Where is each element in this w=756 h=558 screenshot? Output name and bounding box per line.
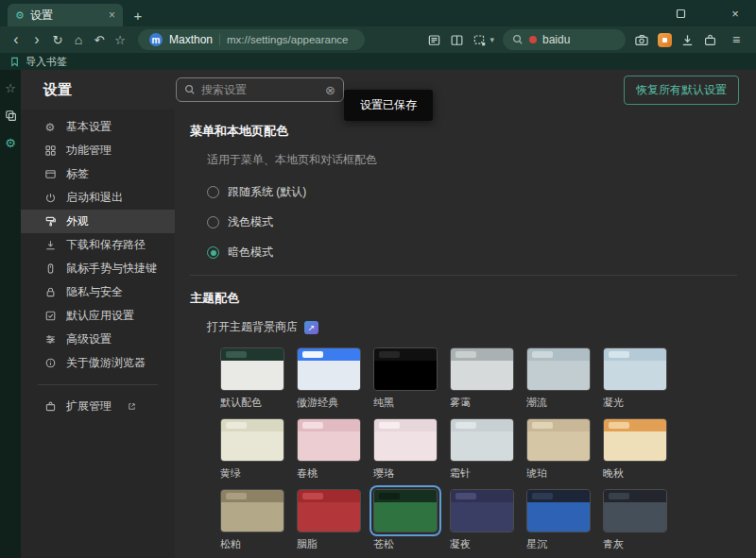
edge-sidebar: ☆ ⚙	[0, 70, 21, 558]
settings-nav-item[interactable]: 关于傲游浏览器	[21, 351, 175, 375]
theme-tile[interactable]: 纯黑	[373, 347, 438, 410]
edge-favorites-star-icon[interactable]: ☆	[5, 81, 16, 95]
theme-thumbnail	[373, 418, 438, 462]
nav-label: 标签	[66, 166, 89, 182]
theme-thumbnail	[373, 347, 438, 391]
theme-thumbnail	[297, 347, 361, 391]
theme-name: 潮流	[526, 396, 591, 410]
theme-tile[interactable]: 晚秋	[603, 418, 667, 481]
theme-tile[interactable]: 琥珀	[526, 418, 591, 481]
search-engine-label: baidu	[542, 33, 570, 46]
theme-tile[interactable]: 松粕	[220, 489, 284, 551]
forward-button[interactable]: ›	[26, 29, 47, 50]
theme-tile[interactable]: 黄绿	[220, 418, 284, 481]
settings-nav-item[interactable]: 标签	[21, 162, 175, 186]
menu-icon[interactable]: ≡	[726, 29, 747, 50]
settings-nav-item-appearance[interactable]: 外观	[21, 210, 175, 233]
edge-panels-icon[interactable]	[5, 110, 17, 122]
theme-tile[interactable]: 凝夜	[450, 489, 514, 551]
theme-thumb-tab	[226, 422, 247, 429]
theme-tile[interactable]: 胭脂	[297, 489, 361, 551]
theme-name: 松粕	[220, 537, 284, 551]
section-subtitle: 适用于菜单、本地页和对话框配色	[207, 152, 737, 168]
theme-tile[interactable]: 青灰	[603, 489, 667, 551]
reader-mode-icon[interactable]	[427, 33, 441, 47]
settings-nav-item[interactable]: 高级设置	[21, 328, 175, 351]
browser-tab-settings[interactable]: ⚙ 设置 ×	[8, 4, 123, 26]
bookmarks-bar: 导入书签	[0, 53, 756, 70]
lock-icon	[43, 286, 57, 298]
theme-store-icon[interactable]: ↗	[304, 321, 318, 334]
theme-tile[interactable]: 雾霭	[450, 347, 514, 410]
theme-thumb-tab	[455, 493, 476, 499]
theme-store-link[interactable]: 打开主题背景商店	[207, 319, 298, 335]
nav-label: 基本设置	[66, 119, 112, 135]
theme-tile[interactable]: 凝光	[603, 347, 667, 410]
radio-option[interactable]: 跟随系统 (默认)	[207, 184, 737, 200]
tab-title: 设置	[30, 8, 53, 24]
theme-thumb-tab	[302, 422, 323, 429]
refresh-button[interactable]: ↻	[47, 29, 68, 50]
theme-thumbnail	[603, 418, 667, 462]
theme-tile[interactable]: 傲游经典	[297, 347, 361, 410]
nav-label: 默认应用设置	[66, 308, 134, 324]
radio-option[interactable]: 浅色模式	[207, 214, 737, 230]
theme-tile[interactable]: 霜针	[450, 418, 514, 481]
radio-icon	[207, 216, 219, 228]
theme-thumb-body	[604, 502, 666, 532]
settings-sidebar: ⚙ 基本设置 功能管理 标签	[21, 110, 175, 558]
theme-tile[interactable]: 春桃	[297, 418, 361, 481]
theme-tile[interactable]: 苍松	[373, 489, 438, 551]
import-bookmarks-link[interactable]: 导入书签	[26, 55, 67, 69]
theme-thumb-tab	[226, 351, 247, 358]
window-close-icon[interactable]: ×	[728, 6, 743, 21]
settings-nav-item[interactable]: 下载和保存路径	[21, 233, 175, 257]
theme-thumb-body	[374, 431, 437, 461]
back-button[interactable]: ‹	[6, 29, 26, 50]
settings-search-box[interactable]: ⊗	[176, 77, 344, 102]
settings-nav-item[interactable]: 功能管理	[21, 139, 175, 162]
theme-thumb-body	[298, 431, 360, 461]
tab-close-icon[interactable]: ×	[109, 8, 115, 22]
settings-gear-favicon: ⚙	[15, 9, 25, 22]
theme-tile[interactable]: 璎珞	[373, 418, 438, 481]
settings-search-input[interactable]	[201, 83, 319, 96]
split-screen-icon[interactable]	[450, 33, 464, 47]
extensions-icon	[43, 400, 57, 413]
url-text: mx://settings/appearance	[227, 34, 349, 45]
download-icon[interactable]	[680, 33, 695, 47]
home-button[interactable]: ⌂	[68, 29, 89, 50]
theme-tile[interactable]: 潮流	[526, 347, 591, 410]
promo-icon[interactable]	[658, 33, 672, 47]
settings-nav-item[interactable]: 启动和退出	[21, 186, 175, 210]
url-separator	[219, 34, 220, 45]
theme-tile[interactable]: 星沉	[526, 489, 591, 551]
edge-settings-gear-icon[interactable]: ⚙	[5, 136, 16, 150]
snapshot-icon[interactable]	[472, 33, 487, 47]
extensions-icon[interactable]	[703, 33, 717, 47]
settings-nav-item[interactable]: 隐私与安全	[21, 280, 175, 304]
theme-thumbnail	[297, 418, 361, 462]
radio-option[interactable]: 暗色模式	[207, 245, 737, 261]
favorite-star-button[interactable]: ☆	[110, 29, 130, 50]
window-controls: ×	[673, 6, 756, 26]
restore-defaults-button[interactable]: 恢复所有默认设置	[624, 76, 739, 105]
snapshot-caret-icon[interactable]: ▾	[490, 35, 494, 44]
undo-closed-tab-button[interactable]: ↶	[89, 29, 110, 50]
theme-tile[interactable]: 默认配色	[220, 347, 284, 410]
quick-search-box[interactable]: baidu	[503, 29, 626, 50]
theme-thumb-body	[374, 502, 437, 532]
settings-nav-item-extensions[interactable]: 扩展管理	[21, 395, 175, 418]
new-tab-button[interactable]: +	[127, 4, 149, 26]
screenshot-camera-icon[interactable]	[634, 33, 649, 47]
settings-nav-item[interactable]: 默认应用设置	[21, 304, 175, 328]
clear-search-icon[interactable]: ⊗	[325, 83, 335, 97]
appearance-brush-icon	[43, 215, 57, 228]
theme-thumbnail	[450, 418, 514, 462]
modules-grid-icon	[43, 144, 57, 157]
window-restore-icon[interactable]	[673, 6, 688, 21]
theme-name: 晚秋	[603, 466, 667, 481]
address-bar[interactable]: m Maxthon mx://settings/appearance	[138, 29, 365, 50]
settings-nav-item[interactable]: 鼠标手势与快捷键	[21, 257, 175, 280]
settings-nav-item[interactable]: ⚙ 基本设置	[21, 115, 175, 139]
